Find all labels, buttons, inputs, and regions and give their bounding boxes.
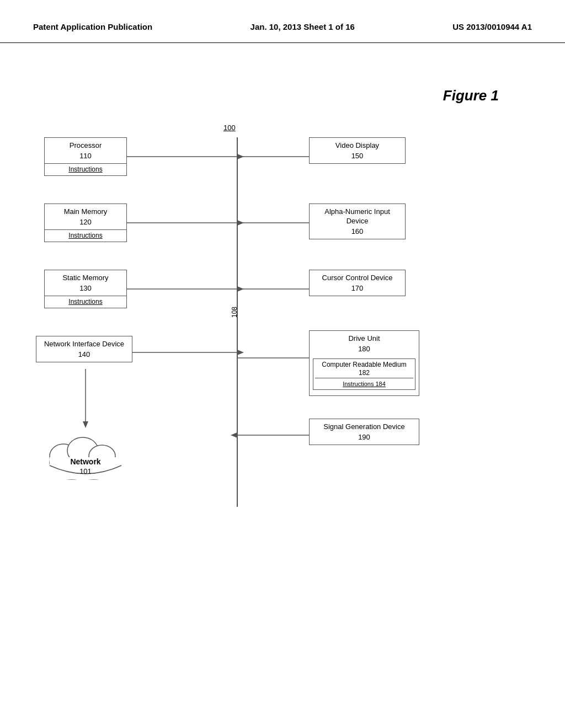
patent-number-label: US 2013/0010944 A1: [452, 22, 532, 31]
crm-title: Computer Readable Medium: [315, 361, 413, 370]
alpha-numeric-box: Alpha-Numeric Input Device 160: [309, 204, 406, 239]
signal-generation-number: 190: [310, 433, 419, 445]
processor-instructions: Instructions: [45, 163, 126, 176]
diagram-area: 100 108 Processor 110 Instructions Main …: [0, 121, 565, 540]
svg-marker-12: [237, 350, 244, 355]
static-memory-box: Static Memory 130 Instructions: [44, 270, 127, 308]
cursor-control-box: Cursor Control Device 170: [309, 270, 406, 296]
main-memory-instructions: Instructions: [45, 229, 126, 242]
page-header: Patent Application Publication Jan. 10, …: [0, 0, 565, 43]
drive-unit-number: 180: [310, 345, 419, 356]
main-memory-number: 120: [45, 218, 126, 229]
video-display-title: Video Display: [310, 138, 405, 152]
network-interface-number: 140: [36, 350, 132, 362]
crm-instructions: Instructions 184: [315, 378, 413, 388]
processor-number: 110: [45, 152, 126, 163]
alpha-numeric-number: 160: [310, 227, 405, 239]
network-number: 101: [39, 467, 132, 475]
svg-marker-9: [237, 286, 244, 292]
network-cloud-svg: [39, 424, 132, 485]
network-cloud: Network 101: [39, 424, 132, 485]
drive-unit-box: Drive Unit 180 Computer Readable Medium …: [309, 330, 419, 396]
ref-100-label: 100: [223, 124, 236, 132]
cursor-control-title: Cursor Control Device: [310, 270, 405, 284]
network-interface-box: Network Interface Device 140: [36, 336, 132, 362]
signal-generation-title: Signal Generation Device: [310, 419, 419, 433]
publication-label: Patent Application Publication: [33, 22, 152, 31]
date-sheet-label: Jan. 10, 2013 Sheet 1 of 16: [250, 22, 355, 31]
static-memory-instructions: Instructions: [45, 296, 126, 308]
static-memory-title: Static Memory: [45, 270, 126, 284]
bus-label: 108: [231, 307, 238, 318]
alpha-numeric-title: Alpha-Numeric Input Device: [310, 204, 405, 227]
figure-title: Figure 1: [0, 43, 565, 104]
signal-generation-box: Signal Generation Device 190: [309, 419, 419, 445]
video-display-number: 150: [310, 152, 405, 163]
static-memory-number: 130: [45, 284, 126, 296]
crm-number: 182: [315, 369, 413, 378]
svg-marker-6: [237, 220, 244, 226]
processor-title: Processor: [45, 138, 126, 152]
processor-box: Processor 110 Instructions: [44, 137, 127, 176]
svg-marker-25: [231, 432, 237, 438]
network-interface-title: Network Interface Device: [36, 336, 132, 350]
video-display-box: Video Display 150: [309, 137, 406, 164]
main-memory-title: Main Memory: [45, 204, 126, 218]
drive-unit-title: Drive Unit: [310, 331, 419, 345]
cursor-control-number: 170: [310, 284, 405, 296]
crm-sub-box: Computer Readable Medium 182 Instruction…: [313, 358, 415, 390]
svg-marker-3: [237, 154, 244, 159]
network-label: Network: [39, 457, 132, 466]
main-memory-box: Main Memory 120 Instructions: [44, 204, 127, 242]
